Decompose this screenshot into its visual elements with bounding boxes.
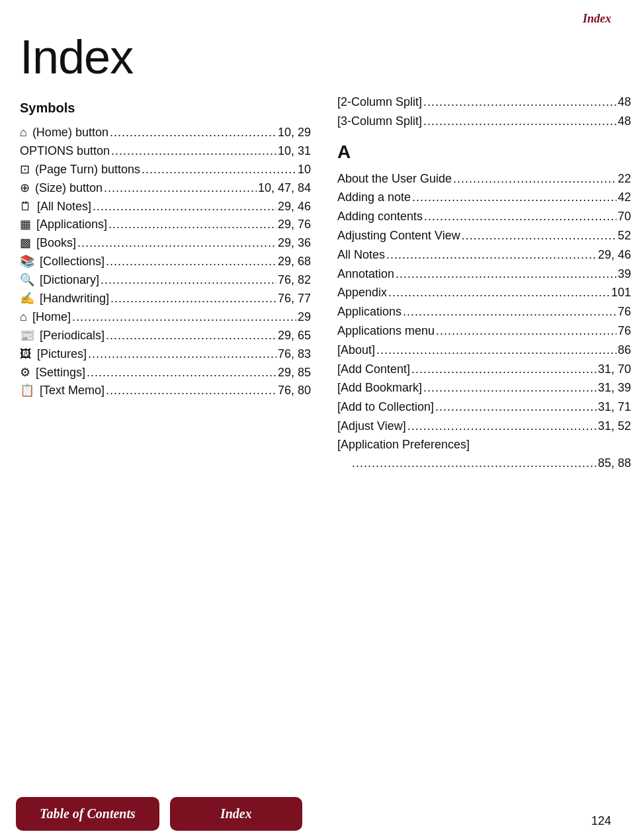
- list-item: ⌂ (Home) button 10, 29: [20, 124, 311, 142]
- list-item: 🗒 [All Notes] 29, 46: [20, 198, 311, 216]
- collections-icon: 📚: [20, 255, 34, 268]
- list-item: [Add Content] 31, 70: [337, 360, 631, 379]
- table-of-contents-button[interactable]: Table of Contents: [16, 797, 159, 831]
- bottom-nav-bar: Table of Contents Index: [0, 787, 631, 840]
- list-item: OPTIONS button 10, 31: [20, 142, 311, 161]
- text-memo-icon: 📋: [20, 384, 34, 397]
- home2-icon: ⌂: [20, 310, 27, 323]
- books-icon: ▩: [20, 236, 31, 249]
- list-item: ⊡ (Page Turn) buttons 10: [20, 161, 311, 179]
- list-item: ⊕ (Size) button 10, 47, 84: [20, 179, 311, 198]
- right-column: [2-Column Split] 48 [3-Column Split] 48 …: [324, 20, 631, 473]
- dictionary-icon: 🔍: [20, 273, 34, 286]
- list-item: [Adjust View] 31, 52: [337, 417, 631, 436]
- list-item: Adding contents 70: [337, 207, 631, 226]
- list-item: [3-Column Split] 48: [337, 112, 631, 131]
- handwriting-icon: ✍: [20, 292, 34, 305]
- size-icon: ⊕: [20, 181, 30, 194]
- list-item: [Add Bookmark] 31, 39: [337, 378, 631, 398]
- periodicals-icon: 📰: [20, 329, 34, 342]
- list-item: 📋 [Text Memo] 76, 80: [20, 382, 311, 400]
- applications-icon: ▦: [20, 218, 31, 231]
- all-notes-icon: 🗒: [20, 200, 32, 213]
- list-item: [Add to Collection] 31, 71: [337, 398, 631, 417]
- list-item: [2-Column Split] 48: [337, 93, 631, 112]
- list-item: ▩ [Books] 29, 36: [20, 234, 311, 253]
- list-item: ▦ [Applications] 29, 76: [20, 216, 311, 234]
- list-item: Applications 76: [337, 302, 631, 321]
- page-turn-icon: ⊡: [20, 163, 30, 176]
- list-item: 📚 [Collections] 29, 68: [20, 253, 311, 271]
- list-item: ⚙ [Settings] 29, 85: [20, 364, 311, 382]
- symbols-heading: Symbols: [20, 101, 311, 116]
- list-item: Applications menu 76: [337, 321, 631, 341]
- list-item: ✍ [Handwriting] 76, 77: [20, 290, 311, 308]
- page-number: 124: [591, 814, 611, 828]
- pictures-icon: 🖼: [20, 347, 32, 360]
- list-item: [Application Preferences] 85, 88: [337, 436, 631, 473]
- section-a-heading: A: [337, 142, 631, 163]
- list-item: Adding a note 42: [337, 188, 631, 207]
- home-icon: ⌂: [20, 126, 27, 139]
- page-title: Index: [20, 33, 311, 81]
- list-item: 📰 [Periodicals] 29, 65: [20, 327, 311, 345]
- list-item: All Notes 29, 46: [337, 245, 631, 265]
- page-header-title: Index: [583, 12, 611, 26]
- list-item: Annotation 39: [337, 265, 631, 284]
- list-item: Adjusting Content View 52: [337, 226, 631, 245]
- list-item: Appendix 101: [337, 283, 631, 302]
- list-item: ⌂ [Home] 29: [20, 308, 311, 327]
- left-column: Index Symbols ⌂ (Home) button 10, 29 OPT…: [20, 20, 324, 473]
- list-item: 🔍 [Dictionary] 76, 82: [20, 271, 311, 290]
- settings-icon: ⚙: [20, 366, 30, 379]
- list-item: 🖼 [Pictures] 76, 83: [20, 345, 311, 364]
- index-button[interactable]: Index: [170, 797, 302, 831]
- list-item: [About] 86: [337, 341, 631, 360]
- list-item: About the User Guide 22: [337, 169, 631, 189]
